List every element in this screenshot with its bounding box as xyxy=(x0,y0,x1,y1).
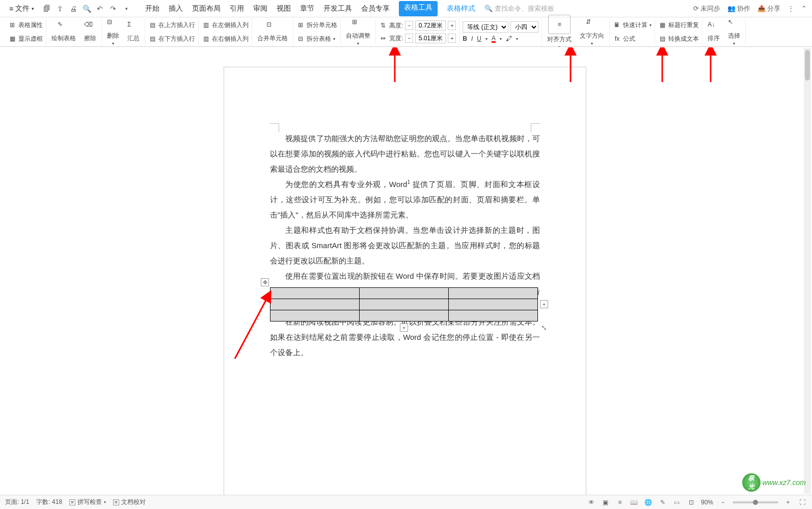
document-table[interactable] xyxy=(270,287,538,322)
table-row[interactable] xyxy=(270,299,538,310)
table-props-icon: ⊞ xyxy=(8,21,16,29)
text-direction-button[interactable]: ⇵文字方向▾ xyxy=(578,18,606,46)
proofread-toggle[interactable]: ✕文档校对 xyxy=(113,498,146,506)
delete-button[interactable]: ⊟删除▾ xyxy=(105,18,121,46)
height-minus-button[interactable]: − xyxy=(405,21,413,30)
file-menu[interactable]: ≡ 文件 ▾ xyxy=(5,4,38,13)
share-button[interactable]: 📤 分享 xyxy=(757,4,780,13)
width-plus-button[interactable]: + xyxy=(448,34,456,43)
table-resize-handle[interactable]: ⤡ xyxy=(540,324,548,332)
paragraph[interactable]: 为使您的文档具有专业外观，Word1 提供了页眉、页脚、封面和文本框设计，这些设… xyxy=(270,177,540,223)
more-icon[interactable]: ⋮ xyxy=(788,5,794,12)
tool-icon[interactable]: ✎ xyxy=(658,498,667,507)
fullscreen-icon[interactable]: ⛶ xyxy=(798,498,807,507)
insert-row-below-button[interactable]: ▤在下方插入行 xyxy=(148,33,195,44)
tab-insert[interactable]: 插入 xyxy=(169,1,183,16)
zoom-minus-button[interactable]: − xyxy=(718,498,727,507)
underline-button[interactable]: U xyxy=(477,35,481,42)
formula-icon: fx xyxy=(613,35,621,43)
zoom-plus-button[interactable]: + xyxy=(783,498,793,507)
search-input[interactable]: 🔍 查找命令、搜索模板 xyxy=(484,4,554,13)
select-button[interactable]: ↖选择▾ xyxy=(726,18,742,46)
export-icon[interactable]: ⇪ xyxy=(56,4,65,13)
font-color-button[interactable]: A xyxy=(492,35,496,43)
highlight-button[interactable]: 🖍 xyxy=(506,35,512,42)
auto-adjust-button[interactable]: ⊞自动调整▾ xyxy=(344,18,372,46)
eye-icon[interactable]: 👁 xyxy=(587,498,596,507)
merge-icon: ⊡ xyxy=(266,21,279,33)
word-count[interactable]: 字数: 418 xyxy=(36,498,62,506)
collab-button[interactable]: 👥 协作 xyxy=(727,4,750,13)
page-indicator[interactable]: 页面: 1/1 xyxy=(5,498,29,506)
insert-row-above-button[interactable]: ▤在上方插入行 xyxy=(148,19,195,31)
draw-table-button[interactable]: ✎绘制表格 xyxy=(49,21,78,43)
tab-devtools[interactable]: 开发工具 xyxy=(323,1,352,16)
table-row[interactable] xyxy=(270,288,538,299)
pencil-icon: ✎ xyxy=(58,21,70,33)
height-input[interactable] xyxy=(415,20,446,31)
print-icon[interactable]: 🖨 xyxy=(69,4,78,13)
height-plus-button[interactable]: + xyxy=(448,21,456,30)
tab-review[interactable]: 审阅 xyxy=(253,1,267,16)
view-web-icon[interactable]: 🌐 xyxy=(644,498,653,507)
table-add-col-handle[interactable]: + xyxy=(540,300,548,308)
preview-icon[interactable]: 🔍 xyxy=(82,4,91,13)
sum-icon: Σ xyxy=(127,21,140,33)
eraser-button[interactable]: ⌫擦除 xyxy=(82,21,98,43)
width-minus-button[interactable]: − xyxy=(405,34,413,43)
summary-button[interactable]: Σ汇总 xyxy=(125,21,142,43)
quick-calc-button[interactable]: 🖩快速计算▾ xyxy=(613,19,652,31)
undo-icon[interactable]: ↶ xyxy=(95,4,104,13)
header-repeat-button[interactable]: ▦标题行重复 xyxy=(658,19,699,31)
split-table-button[interactable]: ⊟拆分表格▾ xyxy=(296,33,337,44)
collapse-icon[interactable]: ⌃ xyxy=(801,5,807,12)
alignment-button[interactable]: ≡ 对齐方式▾ xyxy=(545,15,574,49)
sort-button[interactable]: A↓排序 xyxy=(706,21,722,43)
font-size-select[interactable]: 小四 xyxy=(510,21,538,33)
convert-to-text-button[interactable]: ▤转换成文本 xyxy=(658,33,699,44)
insert-col-right-button[interactable]: ▥在右侧插入列 xyxy=(202,33,249,44)
show-border-button[interactable]: ▦显示虚框 xyxy=(8,33,43,44)
zoom-thumb[interactable] xyxy=(753,500,758,505)
tab-view[interactable]: 视图 xyxy=(277,1,291,16)
paragraph[interactable]: 主题和样式也有助于文档保持协调。当您单击设计并选择新的主题时，图片、图表或 Sm… xyxy=(270,223,540,269)
tab-section[interactable]: 章节 xyxy=(300,1,314,16)
tab-table-tools[interactable]: 表格工具 xyxy=(399,1,438,16)
tab-table-style[interactable]: 表格样式 xyxy=(447,1,475,16)
width-input[interactable] xyxy=(415,33,446,43)
save-icon[interactable]: 🗐 xyxy=(42,4,51,13)
scrollbar-thumb[interactable] xyxy=(805,50,810,81)
table-properties-button[interactable]: ⊞表格属性 xyxy=(8,19,43,31)
view-outline-icon[interactable]: ≡ xyxy=(615,498,625,507)
tab-member[interactable]: 会员专享 xyxy=(361,1,390,16)
tab-start[interactable]: 开始 xyxy=(145,1,159,16)
formula-button[interactable]: fx公式 xyxy=(613,33,652,44)
row-above-icon: ▤ xyxy=(148,21,156,29)
table-add-row-handle[interactable]: + xyxy=(400,324,408,332)
table-move-handle[interactable]: ✥ xyxy=(261,278,269,286)
zoom-slider[interactable] xyxy=(733,501,778,503)
paragraph[interactable]: 视频提供了功能强大的方法帮助您证明您的观点。当您单击联机视频时，可以在想要添加的… xyxy=(270,131,540,177)
view-read-icon[interactable]: 📖 xyxy=(630,498,639,507)
zoom-value[interactable]: 90% xyxy=(701,499,713,506)
merge-cells-button[interactable]: ⊡合并单元格 xyxy=(255,21,290,43)
bold-button[interactable]: B xyxy=(463,35,467,42)
font-name-select[interactable]: 等线 (正文) xyxy=(463,21,508,33)
vertical-scrollbar[interactable] xyxy=(804,48,811,494)
tab-reference[interactable]: 引用 xyxy=(230,1,244,16)
italic-button[interactable]: I xyxy=(471,35,473,42)
chevron-down-icon[interactable]: ▾ xyxy=(122,4,131,13)
calc-icon: 🖩 xyxy=(613,21,621,29)
insert-col-left-button[interactable]: ▥在左侧插入列 xyxy=(202,19,249,31)
spellcheck-toggle[interactable]: ✕拼写检查▾ xyxy=(69,498,106,506)
table-row[interactable] xyxy=(270,310,538,322)
unsync-status[interactable]: ⟳ 未同步 xyxy=(693,4,720,13)
split-cell-button[interactable]: ⊞拆分单元格 xyxy=(296,19,337,31)
text-dir-icon: ⇵ xyxy=(586,18,598,31)
page: 视频提供了功能强大的方法帮助您证明您的观点。当您单击联机视频时，可以在想要添加的… xyxy=(224,67,586,495)
zoom-out-icon[interactable]: ⊡ xyxy=(687,498,696,507)
redo-icon[interactable]: ↷ xyxy=(109,4,118,13)
view-page-icon[interactable]: ▣ xyxy=(601,498,610,507)
fit-icon[interactable]: ▭ xyxy=(672,498,682,507)
tab-layout[interactable]: 页面布局 xyxy=(192,1,221,16)
